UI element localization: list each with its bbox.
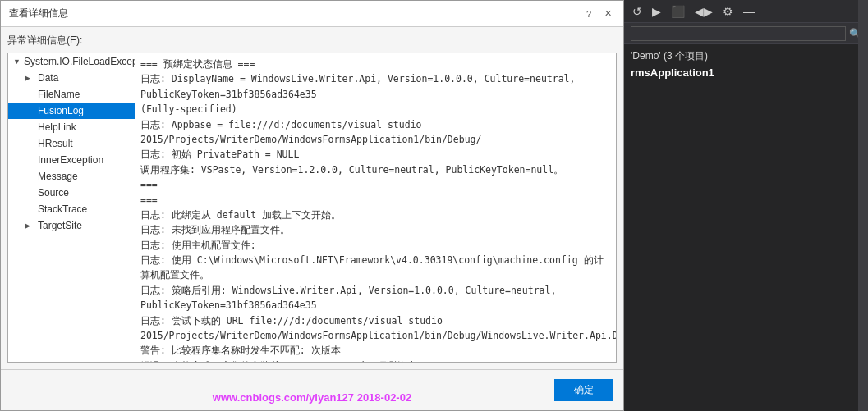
vs-project-label: 'Demo' (3 个项目) bbox=[631, 49, 861, 63]
tree-item-source[interactable]: Source bbox=[8, 185, 135, 201]
expand-icon-message bbox=[25, 172, 34, 180]
close-button[interactable]: ✕ bbox=[601, 7, 615, 21]
expand-icon-targetsite: ▶ bbox=[25, 221, 34, 230]
vs-toolbar-minimize[interactable]: — bbox=[740, 3, 758, 20]
tree-item-label-message: Message bbox=[38, 171, 78, 182]
tree-panel: ▼ System.IO.FileLoadException ▶ Data Fil… bbox=[8, 53, 135, 362]
tree-item-fusionlog[interactable]: FusionLog bbox=[8, 103, 135, 119]
content-panel[interactable]: === 预绑定状态信息 === 日志: DisplayName = Window… bbox=[135, 53, 616, 362]
vs-toolbar: ↺ ▶ ⬛ ◀▶ ⚙ — bbox=[624, 0, 868, 23]
expand-icon-stacktrace bbox=[25, 205, 34, 213]
watermark: www.cnblogs.com/yiyan127 2018-02-02 bbox=[213, 391, 411, 404]
vs-search-bar: 🔍 bbox=[624, 23, 868, 44]
expand-icon-filename bbox=[25, 90, 34, 98]
collapse-icon: ▼ bbox=[13, 57, 21, 66]
tree-item-message[interactable]: Message bbox=[8, 168, 135, 185]
tree-item-targetsite[interactable]: ▶ TargetSite bbox=[8, 217, 135, 234]
vs-toolbar-refresh[interactable]: ↺ bbox=[629, 3, 645, 20]
tree-item-label-innerexception: InnerException bbox=[38, 154, 103, 166]
confirm-button[interactable]: 确定 bbox=[554, 379, 613, 401]
expand-icon-helplink bbox=[25, 123, 34, 131]
tree-item-data[interactable]: ▶ Data bbox=[8, 70, 135, 86]
title-button-group: ? ✕ bbox=[583, 7, 615, 21]
tree-item-innerexception[interactable]: InnerException bbox=[8, 152, 135, 168]
title-bar: 查看详细信息 ? ✕ bbox=[1, 1, 623, 27]
content-text: === 预绑定状态信息 === 日志: DisplayName = Window… bbox=[140, 57, 611, 362]
dialog-content: 异常详细信息(E): ▼ System.IO.FileLoadException… bbox=[1, 27, 623, 369]
expand-icon-data: ▶ bbox=[25, 74, 34, 82]
vs-toolbar-play[interactable]: ▶ bbox=[649, 3, 664, 20]
tree-item-label-targetsite: TargetSite bbox=[38, 220, 82, 231]
tree-item-stacktrace[interactable]: StackTrace bbox=[8, 201, 135, 217]
vs-content: 'Demo' (3 个项目) rmsApplication1 bbox=[624, 44, 868, 411]
tree-item-label-hresult: HResult bbox=[38, 138, 73, 149]
dialog-title: 查看详细信息 bbox=[9, 7, 68, 21]
expand-icon-source bbox=[25, 189, 34, 197]
tree-item-label-filename: FileName bbox=[38, 89, 80, 100]
main-area: ▼ System.IO.FileLoadException ▶ Data Fil… bbox=[7, 53, 617, 363]
tree-item-system-io[interactable]: ▼ System.IO.FileLoadException bbox=[8, 53, 135, 70]
tree-item-helplink[interactable]: HelpLink bbox=[8, 119, 135, 135]
vs-solution-label: rmsApplication1 bbox=[631, 66, 861, 79]
section-label: 异常详细信息(E): bbox=[7, 34, 617, 48]
tree-item-label-data: Data bbox=[38, 72, 58, 84]
tree-item-label-helplink: HelpLink bbox=[38, 121, 76, 133]
vs-toolbar-debug[interactable]: ◀▶ bbox=[691, 3, 716, 20]
expand-icon-fusionlog bbox=[25, 107, 34, 115]
vs-scrollbar[interactable] bbox=[858, 0, 868, 411]
dialog-bottom: 确定 bbox=[1, 369, 623, 410]
help-button[interactable]: ? bbox=[583, 7, 595, 21]
vs-panel: ↺ ▶ ⬛ ◀▶ ⚙ — 🔍 'Demo' (3 个项目) rmsApplica… bbox=[624, 0, 868, 411]
vs-toolbar-stop[interactable]: ⬛ bbox=[668, 3, 688, 20]
tree-item-label-fusionlog: FusionLog bbox=[38, 105, 84, 116]
tree-item-label-source: Source bbox=[38, 187, 69, 199]
expand-icon-hresult bbox=[25, 139, 34, 148]
tree-item-hresult[interactable]: HResult bbox=[8, 135, 135, 152]
vs-toolbar-settings[interactable]: ⚙ bbox=[719, 3, 737, 20]
vs-search-input[interactable] bbox=[631, 26, 846, 41]
expand-icon-innerexception bbox=[25, 156, 34, 164]
tree-item-filename[interactable]: FileName bbox=[8, 86, 135, 103]
main-dialog: 查看详细信息 ? ✕ 异常详细信息(E): ▼ System.IO.FileLo… bbox=[0, 0, 624, 411]
tree-item-label-stacktrace: StackTrace bbox=[38, 203, 87, 215]
tree-item-label: System.IO.FileLoadException bbox=[24, 56, 135, 67]
